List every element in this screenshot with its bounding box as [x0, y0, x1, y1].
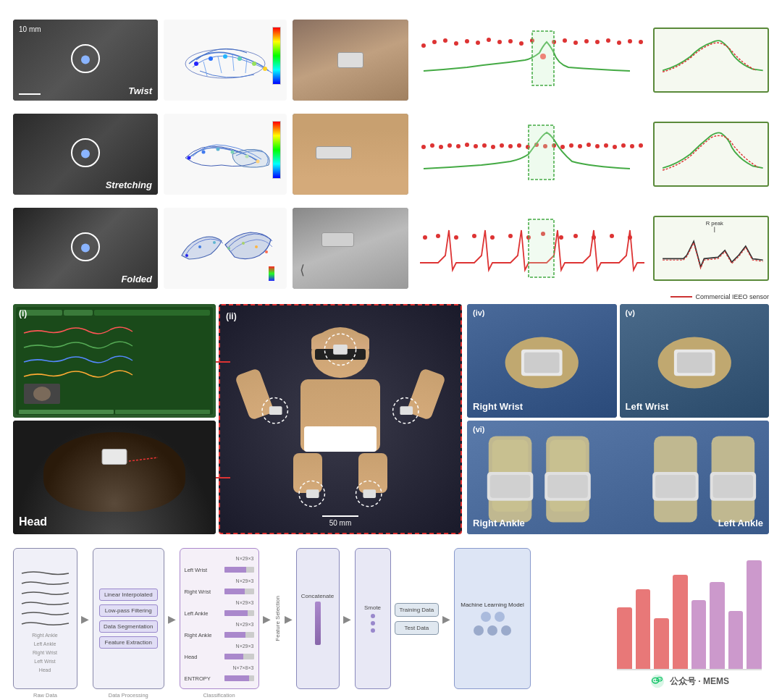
svg-point-41 — [474, 144, 478, 148]
svg-point-51 — [560, 145, 565, 149]
svg-rect-83 — [529, 219, 554, 277]
bar-1 — [617, 607, 632, 669]
svg-point-2 — [209, 56, 213, 61]
svg-point-58 — [621, 143, 626, 148]
panel-v: (v) Left Wrist — [620, 304, 770, 418]
svg-point-68 — [255, 245, 258, 248]
raw-data-box: Raw Data Right Ankle Left Ankle Right Wr… — [13, 548, 77, 689]
svg-rect-94 — [400, 406, 413, 415]
svg-rect-62 — [269, 266, 274, 281]
svg-rect-96 — [306, 489, 319, 498]
body-folded: ⟨ — [293, 208, 408, 289]
svg-point-39 — [456, 144, 461, 148]
test-data-label: Test Data — [395, 621, 440, 635]
signal-folded: R peak — [414, 208, 769, 289]
arrow-2: ▶ — [168, 548, 176, 689]
right-ankle-label: Right Ankle — [473, 518, 525, 528]
svg-point-45 — [508, 144, 513, 148]
panel-iv: (iv) Right Wrist — [467, 304, 617, 418]
svg-point-11 — [465, 39, 469, 43]
svg-rect-115 — [655, 475, 696, 498]
svg-point-42 — [482, 143, 487, 148]
panel-iii-label: Head — [19, 515, 47, 528]
watermark-text: 公众号 · MEMS — [670, 675, 729, 688]
svg-point-1 — [194, 62, 198, 66]
svg-point-36 — [430, 143, 434, 148]
concatenate-box: Concatenate — [296, 548, 340, 689]
panel-iii: Head — [13, 421, 216, 534]
photo-label-stretching: Stretching — [106, 180, 152, 190]
process-feature: Feature Extraction — [99, 636, 158, 649]
svg-text:Head: Head — [39, 667, 51, 672]
mesh-twist — [164, 20, 287, 101]
svg-point-78 — [559, 235, 563, 240]
data-processing-label: Data Processing — [109, 692, 148, 699]
svg-point-79 — [573, 234, 578, 238]
svg-rect-98 — [363, 489, 376, 498]
legend: Commercial IEEO sensor — [670, 293, 769, 300]
svg-point-24 — [606, 38, 610, 43]
svg-point-54 — [586, 143, 591, 147]
svg-point-30 — [202, 151, 206, 154]
arrow-1: ▶ — [81, 548, 89, 689]
colorbar-twist — [272, 27, 281, 85]
svg-point-23 — [595, 40, 600, 44]
svg-point-9 — [443, 38, 447, 43]
top-section: 10 mm Twist — [13, 13, 769, 295]
svg-point-27 — [639, 40, 643, 44]
photo-label-folded: Folded — [121, 274, 152, 284]
svg-point-67 — [242, 242, 245, 245]
svg-point-33 — [245, 155, 249, 159]
channel-right-wrist: Right Wrist — [185, 589, 254, 595]
svg-point-6 — [263, 67, 267, 71]
svg-text:Left Ankle: Left Ankle — [34, 641, 56, 646]
arrow-6: ▶ — [442, 548, 450, 689]
bar-chart: 公众号 · MEMS — [610, 544, 769, 689]
svg-point-63 — [185, 254, 188, 257]
body-stretching — [293, 114, 408, 195]
process-segmentation: Data Segmentation — [99, 620, 158, 633]
channel-right-ankle: Right Ankle — [185, 632, 254, 638]
classification-box: Classification N×29×3 Left Wrist N×29×3 … — [180, 548, 259, 689]
svg-point-12 — [476, 41, 480, 45]
svg-point-35 — [421, 145, 426, 149]
body-twist — [293, 20, 408, 101]
panel-iv-roman: (iv) — [473, 308, 485, 317]
bar-7 — [728, 611, 744, 669]
svg-point-10 — [454, 41, 458, 46]
panel-ii: (ii) 50 mm — [219, 304, 462, 534]
panel-v-roman: (v) — [626, 308, 635, 317]
svg-rect-101 — [524, 353, 560, 373]
channel-left-ankle: Left Ankle — [185, 610, 254, 617]
row-stretching: Stretching — [13, 107, 769, 201]
left-ankle-label: Left Ankle — [718, 518, 763, 528]
svg-point-70 — [423, 235, 427, 240]
svg-rect-90 — [333, 345, 348, 355]
bottom-flowchart: Raw Data Right Ankle Left Ankle Right Wr… — [13, 548, 600, 689]
svg-point-65 — [213, 241, 216, 244]
left-wrist-label: Left Wrist — [626, 401, 669, 412]
svg-point-128 — [656, 680, 657, 681]
photo-label-twist: Twist — [128, 85, 152, 96]
signal-stretching — [414, 114, 769, 195]
svg-point-129 — [658, 678, 660, 680]
svg-point-20 — [563, 38, 567, 43]
svg-point-25 — [617, 41, 621, 45]
svg-point-37 — [439, 145, 443, 149]
photo-stretching: Stretching — [13, 114, 158, 195]
bar-6 — [710, 582, 725, 669]
arrow-4: ▶ — [285, 548, 293, 689]
legend-label: Commercial IEEO sensor — [695, 293, 769, 300]
panel-ii-label: (ii) — [226, 311, 237, 321]
right-body-panels: (iv) Right Wrist (v) Left Wrist — [467, 304, 769, 534]
svg-point-43 — [491, 145, 495, 149]
photo-folded: Folded — [13, 208, 158, 289]
scale-label-ii: 50 mm — [329, 519, 352, 527]
svg-point-44 — [500, 143, 504, 148]
svg-point-75 — [508, 234, 513, 238]
data-split: Training Data Test Data — [395, 548, 440, 689]
svg-point-22 — [584, 39, 589, 43]
signal-zoomed-twist — [653, 28, 769, 93]
svg-point-87 — [33, 387, 51, 401]
svg-point-57 — [613, 145, 617, 149]
